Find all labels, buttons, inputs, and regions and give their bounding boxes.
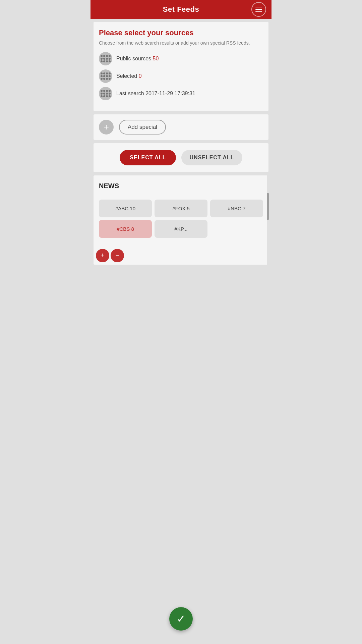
- news-tag-grid: #ABC 10 #FOX 5 #NBC 7 #CBS 8 #KP...: [99, 200, 263, 238]
- tag-cbs8[interactable]: #CBS 8: [99, 220, 152, 238]
- menu-line: [255, 9, 262, 10]
- zoom-out-button[interactable]: −: [111, 249, 124, 262]
- select-card: SELECT ALL UNSELECT ALL: [93, 143, 269, 172]
- scrollbar-track: [267, 175, 269, 265]
- add-special-card: + Add special: [93, 114, 269, 140]
- news-section: NEWS #ABC 10 #FOX 5 #NBC 7 #CBS 8 #KP...…: [93, 175, 269, 265]
- public-sources-count: 50: [153, 56, 159, 61]
- tag-nbc7[interactable]: #NBC 7: [210, 200, 263, 217]
- menu-line: [255, 11, 262, 12]
- public-sources-label: Public sources 50: [116, 56, 159, 62]
- scrollbar-thumb: [267, 193, 269, 220]
- add-special-button[interactable]: Add special: [119, 120, 166, 135]
- news-title: NEWS: [99, 182, 263, 190]
- menu-button[interactable]: [251, 2, 266, 17]
- add-circle-icon: +: [99, 120, 114, 135]
- news-divider: [99, 194, 263, 194]
- zoom-controls: + −: [93, 246, 127, 265]
- info-card: Please select your sources Choose from t…: [93, 21, 269, 111]
- unselect-all-button[interactable]: UNSELECT ALL: [181, 150, 242, 165]
- tag-kp[interactable]: #KP...: [155, 220, 207, 238]
- last-search-row: Last search 2017-11-29 17:39:31: [99, 87, 263, 100]
- tag-abc10[interactable]: #ABC 10: [99, 200, 152, 217]
- public-sources-row: Public sources 50: [99, 52, 263, 65]
- header: Set Feeds: [90, 0, 272, 19]
- selected-icon: [99, 69, 112, 83]
- tag-fox5[interactable]: #FOX 5: [155, 200, 207, 217]
- zoom-in-button[interactable]: +: [96, 249, 109, 262]
- last-search-label: Last search 2017-11-29 17:39:31: [116, 91, 195, 97]
- selected-row: Selected 0: [99, 69, 263, 83]
- info-heading: Please select your sources: [99, 29, 263, 37]
- last-search-icon: [99, 87, 112, 100]
- menu-line: [255, 7, 262, 7]
- public-sources-icon: [99, 52, 112, 65]
- select-all-button[interactable]: SELECT ALL: [120, 150, 176, 165]
- info-description: Choose from the web search results or ad…: [99, 40, 263, 47]
- page-title: Set Feeds: [163, 5, 199, 14]
- news-card: NEWS #ABC 10 #FOX 5 #NBC 7 #CBS 8 #KP...…: [93, 175, 269, 265]
- selected-count: 0: [139, 73, 142, 79]
- selected-label: Selected 0: [116, 73, 142, 79]
